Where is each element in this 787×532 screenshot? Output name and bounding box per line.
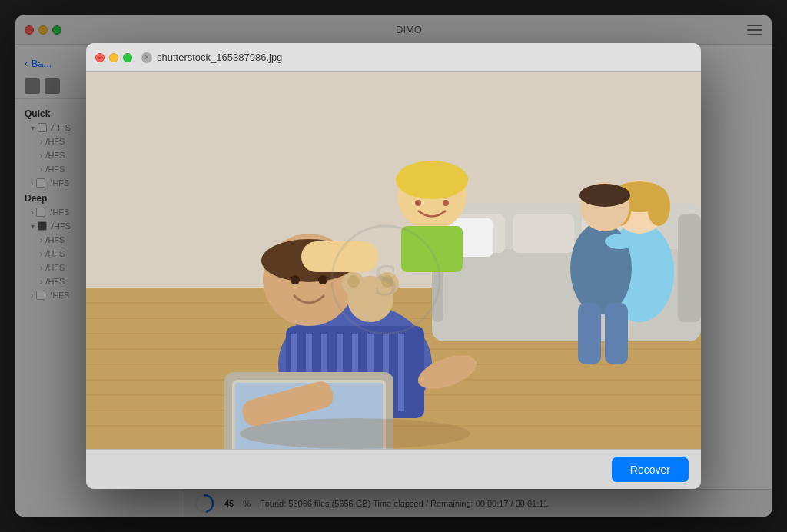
svg-rect-30 bbox=[605, 303, 628, 364]
modal-bottom-bar: Recover bbox=[86, 449, 701, 489]
svg-rect-17 bbox=[513, 214, 574, 253]
svg-point-51 bbox=[443, 200, 449, 206]
preview-image: S bbox=[86, 72, 701, 449]
close-tab-icon[interactable]: × bbox=[141, 52, 152, 63]
svg-rect-61 bbox=[301, 241, 378, 272]
modal-minimize-button[interactable] bbox=[109, 53, 118, 62]
desktop: DIMO ‹ Ba... Quick ▾ bbox=[0, 0, 787, 532]
modal-traffic-lights: × bbox=[95, 53, 132, 62]
svg-point-31 bbox=[605, 234, 636, 249]
modal-overlay: × × shutterstock_165387986.jpg bbox=[0, 0, 787, 532]
modal-filename-area: × shutterstock_165387986.jpg bbox=[141, 52, 282, 63]
svg-point-50 bbox=[415, 200, 421, 206]
svg-point-48 bbox=[291, 275, 300, 284]
modal-filename-text: shutterstock_165387986.jpg bbox=[157, 52, 282, 63]
svg-point-25 bbox=[647, 188, 670, 226]
modal-image-area: S bbox=[86, 72, 701, 449]
modal-titlebar: × × shutterstock_165387986.jpg bbox=[86, 43, 701, 72]
svg-rect-29 bbox=[578, 303, 601, 364]
recover-button[interactable]: Recover bbox=[612, 457, 689, 482]
modal-close-button[interactable]: × bbox=[95, 53, 105, 62]
modal-maximize-button[interactable] bbox=[123, 53, 132, 62]
svg-rect-19 bbox=[678, 214, 701, 322]
svg-point-34 bbox=[396, 161, 468, 199]
svg-point-49 bbox=[318, 275, 327, 284]
preview-modal: × × shutterstock_165387986.jpg bbox=[86, 43, 701, 489]
svg-point-55 bbox=[347, 275, 360, 288]
svg-text:S: S bbox=[373, 254, 398, 305]
svg-point-28 bbox=[579, 184, 630, 207]
svg-point-65 bbox=[240, 418, 470, 449]
